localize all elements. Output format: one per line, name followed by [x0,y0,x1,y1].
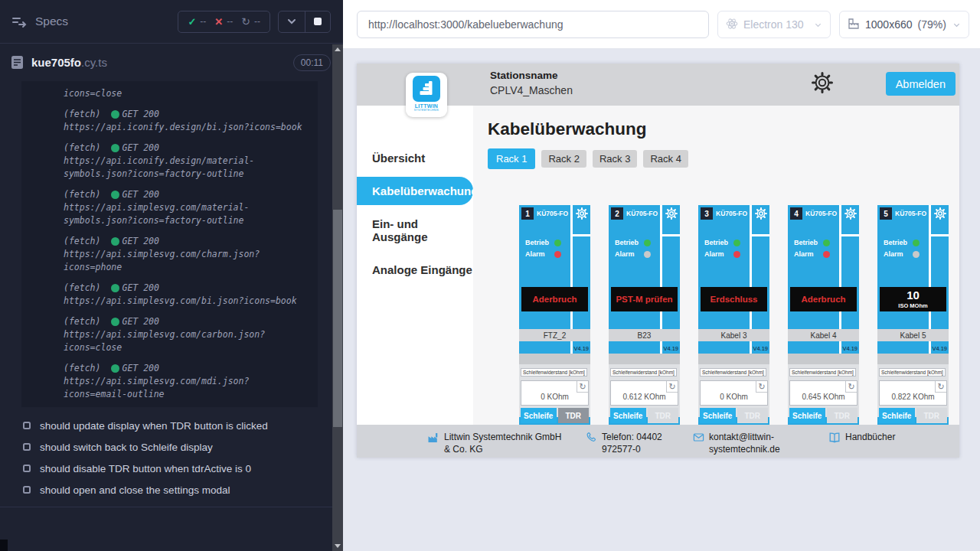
test-state-icon [23,422,31,429]
log-entry[interactable]: (fetch) GET 200 https://api.simplesvg.co… [64,362,309,401]
divider [573,234,590,236]
log-url: https://api.simplesvg.com/mdi.json?icons… [64,375,309,401]
log-entry[interactable]: (fetch) GET 200 https://api.simplesvg.co… [64,188,309,227]
x-icon: ✕ [214,16,223,28]
schleife-button[interactable]: Schleife [610,408,646,423]
card-settings-gear-icon[interactable] [576,207,588,220]
card-gap [788,354,859,364]
status-display: Aderbruch [521,287,588,311]
monitor-cards: 1 KÜ705-FO Betrieb [519,205,949,425]
mode-buttons: Schleife TDR [700,408,768,423]
cable-monitor-card: 3 KÜ705-FO Betrieb [698,205,769,425]
sidebar-item[interactable]: Analoge Eingänge [357,256,473,284]
schleife-button[interactable]: Schleife [521,408,557,423]
refresh-icon[interactable]: ↻ [666,381,678,393]
card-settings-gear-icon[interactable] [844,207,857,220]
test-item[interactable]: should disable TDR button when tdrActive… [23,458,343,479]
mode-buttons: Schleife TDR [789,408,858,423]
card-settings-gear-icon[interactable] [934,207,946,220]
tdr-button[interactable]: TDR [558,408,589,423]
scroll-down-icon[interactable] [335,544,341,548]
rack-tab[interactable]: Rack 2 [541,150,586,168]
rack-tab[interactable]: Rack 1 [488,148,535,169]
status-display: 10 ISO MOhm [880,287,946,311]
scroll-up-icon[interactable] [335,47,341,51]
scrollbar-thumb[interactable] [333,210,342,427]
card-settings-gear-icon[interactable] [665,207,678,220]
cable-name: B23 [609,329,680,341]
spec-timer: 00:11 [293,54,331,71]
betrieb-led [644,240,651,246]
sidebar-item[interactable]: Ein- und Ausgänge [357,210,473,251]
specs-menu-icon[interactable] [11,13,28,30]
app-under-test: LITTWIN SYSTEMTECHNIK Stationsname CPLV4… [357,64,959,458]
tdr-button[interactable]: TDR [737,408,768,423]
betrieb-led [554,240,561,246]
browser-select[interactable]: Electron 130 [717,11,831,38]
ruler-icon [848,18,860,32]
resistance-value-box: ↻ 0.822 KOhm [879,380,947,406]
log-status: GET 200 [122,315,158,328]
refresh-icon[interactable]: ↻ [845,381,857,393]
sidebar-item[interactable]: Übersicht [357,144,473,172]
tdr-button[interactable]: TDR [916,408,947,423]
log-url: https://api.simplesvg.com/charm.json?ico… [64,248,309,274]
log-entry[interactable]: (fetch) GET 200 https://api.iconify.desi… [64,142,309,181]
card-front: 1 KÜ705-FO Betrieb [519,205,590,354]
divider [570,341,573,354]
log-url: https://api.simplesvg.com/material-symbo… [64,201,309,227]
divider [750,341,752,354]
slot-number: 3 [701,207,713,220]
reporter-scrollbar[interactable] [332,44,343,551]
refresh-icon: ↻ [241,15,250,28]
settings-gear-icon[interactable] [812,72,833,93]
rack-tab[interactable]: Rack 3 [593,150,637,168]
tdr-button[interactable]: TDR [648,408,678,423]
resistance-value-box: ↻ 0.645 KOhm [789,380,858,406]
log-entry[interactable]: (fetch) GET 200 https://api.simplesvg.co… [64,235,309,274]
page-title: Kabelüberwachung [488,119,647,139]
led-block: Betrieb Alarm [704,239,740,262]
log-head: (fetch) GET 200 [64,108,309,121]
cable-monitor-card: 5 KÜ705-FO Betrieb [877,205,949,425]
refresh-icon[interactable]: ↻ [935,381,946,393]
stop-button[interactable] [305,18,330,25]
alarm-text: Aderbruch [801,295,845,304]
footer-manuals[interactable]: Handbücher [828,431,895,444]
resistance-value: 0.645 KOhm [790,393,857,401]
logout-button[interactable]: Abmelden [886,72,956,96]
card-settings-gear-icon[interactable] [755,207,767,220]
refresh-icon[interactable]: ↻ [756,381,767,393]
url-input[interactable] [357,11,709,38]
log-entry[interactable]: (fetch) GET 200 https://api.iconify.desi… [64,108,309,134]
rack-tab[interactable]: Rack 4 [643,150,688,168]
tdr-button[interactable]: TDR [827,408,858,423]
log-entry[interactable]: (fetch) GET 200 https://api.simplesvg.co… [64,282,309,308]
led-block: Betrieb Alarm [525,239,561,262]
refresh-icon[interactable]: ↻ [577,381,588,393]
sidebar-item[interactable]: Kabelüberwachung [357,177,473,205]
success-dot-icon [111,110,119,119]
status-display: Erdschluss [701,287,767,311]
collapse-chevron-icon[interactable] [279,16,305,27]
passed-count: ✓-- [188,16,206,28]
schleife-button[interactable]: Schleife [879,408,915,423]
footer-email[interactable]: kontakt@littwin-systemtechnik.de [693,431,792,455]
schleife-button[interactable]: Schleife [789,408,825,423]
log-entry[interactable]: (fetch) GET 200 https://api.simplesvg.co… [64,315,309,354]
app-main: Kabelüberwachung Rack 1Rack 2Rack 3Rack … [473,106,959,425]
test-item[interactable]: should update display when TDR button is… [23,415,343,436]
test-item[interactable]: should open and close the settings modal [23,479,343,500]
littwin-logo: LITTWIN SYSTEMTECHNIK [406,73,447,117]
schleife-button[interactable]: Schleife [700,408,736,423]
log-entry[interactable]: icons=close [64,87,309,100]
firmware-version: V4.19 [663,345,678,352]
log-head: (fetch) GET 200 [64,235,309,248]
test-item[interactable]: should switch back to Schleife display [23,436,343,458]
test-stats[interactable]: ✓-- ✕-- ↻-- [178,11,270,33]
spec-file-name[interactable]: kue705fo.cy.ts [31,56,107,69]
viewport-size-select[interactable]: 1000x660 (79%) [839,11,969,38]
alarm-label: Alarm [884,250,910,258]
log-status: GET 200 [122,362,158,375]
log-status: GET 200 [122,282,158,295]
